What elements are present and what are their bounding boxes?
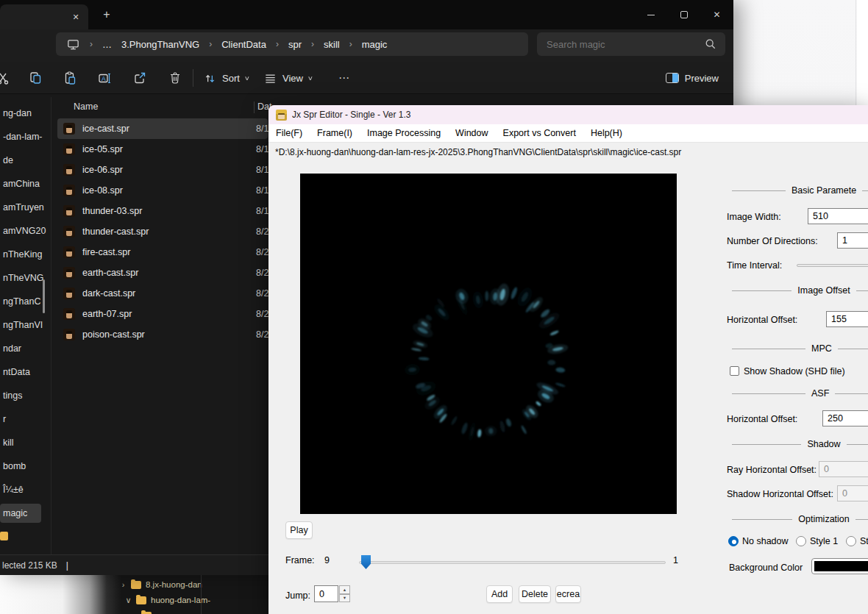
optimization-header: Optimization [732, 513, 868, 525]
cut-icon[interactable] [0, 69, 12, 87]
delete-icon[interactable] [166, 69, 184, 87]
stepper-up-icon[interactable]: ▲ [339, 585, 350, 594]
horizontal-offset-input[interactable] [826, 311, 868, 327]
breadcrumb[interactable]: › … 3.PhongThanVNG›ClientData›spr›skill›… [56, 32, 528, 56]
rename-icon[interactable]: A [96, 69, 113, 87]
editor-title-bar[interactable]: Jx Spr Editor - Single - Ver 1.3 [268, 105, 868, 124]
file-row[interactable]: ice-08.spr8/1 [57, 180, 268, 201]
explorer-tab[interactable]: ✕ [0, 4, 88, 29]
sort-button[interactable]: Sort ∨ [203, 69, 249, 87]
search-box[interactable] [537, 32, 725, 56]
menu-frame-i-[interactable]: Frame(I) [310, 128, 360, 138]
sprite-preview-canvas[interactable] [300, 174, 677, 514]
delete-frame-button[interactable]: Delete [519, 585, 551, 603]
search-icon[interactable] [705, 38, 716, 50]
file-row[interactable]: thunder-03.spr8/1 [57, 201, 268, 221]
background-folder-tree-window: ›8.jx-huong-dan∨huong-dan-lam- [0, 575, 268, 614]
decrease-button[interactable]: ecrea [555, 585, 581, 603]
radio-style-2[interactable]: Sty [846, 536, 868, 546]
file-row[interactable]: thunder-cast.spr8/2 [57, 221, 268, 242]
menu-image-processing[interactable]: Image Processing [360, 128, 448, 138]
sidebar-item-ndar[interactable]: ndar [0, 339, 27, 358]
ice-particle [549, 329, 559, 336]
new-tab-button[interactable]: + [99, 7, 115, 23]
sidebar-item--dan-lam-[interactable]: -dan-lam- [0, 127, 49, 146]
breadcrumb-item-3.phongthanvng[interactable]: 3.PhongThanVNG [121, 39, 199, 50]
pane-splitter[interactable] [51, 97, 51, 554]
sidebar-item-bomb[interactable]: bomb [0, 457, 32, 476]
file-row[interactable]: poison-cast.spr8/2 [57, 324, 268, 345]
tree-chevron-icon[interactable]: ∨ [125, 596, 132, 605]
copy-icon[interactable] [26, 69, 44, 87]
file-row[interactable]: ice-cast.spr8/1 [57, 118, 268, 139]
show-shadow-checkbox[interactable] [730, 366, 739, 376]
breadcrumb-item-magic[interactable]: magic [362, 39, 388, 50]
sidebar-folder-icon[interactable] [0, 532, 8, 540]
tree-item[interactable]: ›8.jx-huong-dan [120, 578, 202, 591]
breadcrumb-item-clientdata[interactable]: ClientData [221, 39, 266, 50]
sidebar-item-amTruyen[interactable]: amTruyen [0, 198, 50, 217]
minimize-button[interactable] [634, 0, 667, 29]
sidebar-scrollbar[interactable] [43, 279, 45, 313]
breadcrumb-ellipsis[interactable]: … [102, 39, 112, 50]
asf-horizontal-offset-input[interactable] [822, 410, 868, 426]
show-shadow-label: Show Shadow (SHD file) [744, 366, 845, 376]
sidebar-item-ng-dan[interactable]: ng-dan [0, 104, 38, 123]
paste-icon[interactable] [61, 69, 79, 87]
file-name: ice-06.spr [82, 165, 123, 175]
tree-item[interactable]: ∨huong-dan-lam- [125, 593, 210, 607]
file-row[interactable]: earth-cast.spr8/2 [57, 263, 268, 283]
breadcrumb-item-skill[interactable]: skill [324, 39, 340, 50]
breadcrumb-item-spr[interactable]: spr [288, 39, 302, 50]
sidebar-item-r[interactable]: r [0, 410, 12, 429]
image-width-input[interactable] [808, 208, 868, 224]
tab-close-icon[interactable]: ✕ [69, 10, 82, 24]
directions-input[interactable] [837, 232, 868, 249]
preview-toggle[interactable]: Preview [666, 69, 719, 87]
play-button[interactable]: Play [285, 521, 313, 539]
file-row[interactable]: ice-05.spr8/1 [57, 139, 268, 160]
close-button[interactable]: ✕ [700, 0, 733, 29]
menu-export-vs-convert[interactable]: Export vs Convert [496, 128, 583, 138]
command-toolbar: A Sort ∨ View ∨ ⋯ Preview [0, 62, 733, 94]
stepper-down-icon[interactable]: ▼ [339, 594, 350, 603]
view-button[interactable]: View ∨ [263, 69, 313, 87]
menu-window[interactable]: Window [448, 128, 495, 138]
frame-slider-track[interactable] [359, 561, 666, 564]
spr-editor-window: Jx Spr Editor - Single - Ver 1.3 File(F)… [268, 105, 868, 614]
radio-style-1[interactable]: Style 1 [796, 536, 838, 546]
sidebar-item-tings[interactable]: tings [0, 386, 28, 405]
frame-slider-thumb[interactable] [361, 555, 371, 569]
file-row[interactable]: fire-cast.spr8/2 [57, 242, 268, 263]
menu-file-f-[interactable]: File(F) [268, 128, 310, 138]
search-input[interactable] [547, 32, 701, 56]
jump-input[interactable] [314, 585, 338, 602]
menu-help-h-[interactable]: Help(H) [583, 128, 630, 138]
tree-item[interactable] [130, 609, 156, 614]
sidebar-item-de[interactable]: de [0, 151, 19, 170]
view-label: View [282, 73, 303, 84]
background-color-swatch[interactable] [811, 558, 868, 574]
sidebar-item-Î¼±ê[interactable]: Î¼±ê [0, 480, 29, 499]
sidebar-item-amChina[interactable]: amChina [0, 174, 46, 193]
maximize-button[interactable] [667, 0, 700, 29]
radio-no-shadow[interactable]: No shadow [728, 536, 789, 546]
sidebar-item-amVNG20[interactable]: amVNG20 [0, 221, 51, 240]
sidebar-item-kill[interactable]: kill [0, 433, 20, 452]
share-icon[interactable] [131, 69, 149, 87]
sidebar-item-ntData[interactable]: ntData [0, 363, 36, 382]
sidebar-item-magic[interactable]: magic [0, 504, 41, 523]
sidebar-item-ngThanC[interactable]: ngThanC [0, 292, 46, 311]
time-interval-slider[interactable] [797, 264, 868, 267]
add-frame-button[interactable]: Add [486, 585, 513, 603]
sidebar-item-nTheKing[interactable]: nTheKing [0, 245, 49, 264]
sidebar-item-ngThanVI[interactable]: ngThanVI [0, 315, 49, 335]
column-divider[interactable] [254, 101, 255, 113]
status-caret: | [66, 560, 68, 571]
file-row[interactable]: earth-07.spr8/2 [57, 304, 268, 324]
more-options-icon[interactable]: ⋯ [335, 69, 353, 87]
tree-chevron-icon[interactable]: › [120, 580, 127, 589]
file-row[interactable]: dark-cast.spr8/2 [57, 283, 268, 304]
file-row[interactable]: ice-06.spr8/1 [57, 160, 268, 180]
column-name[interactable]: Name [74, 101, 98, 112]
